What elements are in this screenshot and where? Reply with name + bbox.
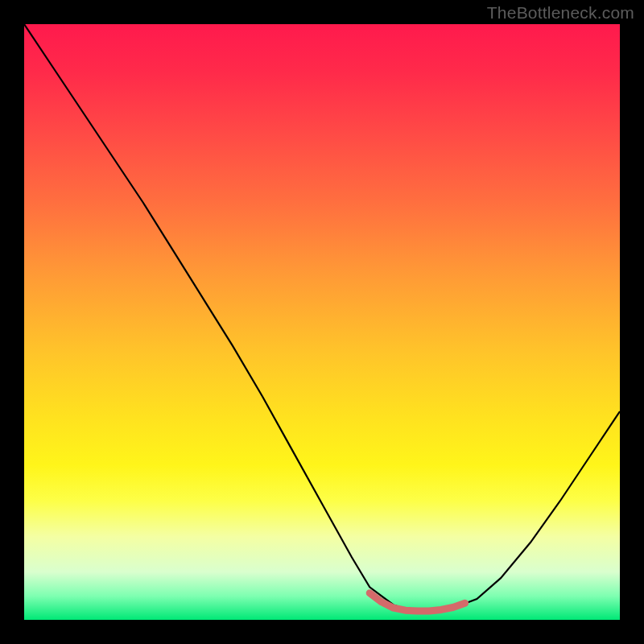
curve-layer <box>24 24 620 620</box>
bottleneck-curve <box>24 24 620 611</box>
chart-frame: TheBottleneck.com <box>0 0 644 644</box>
watermark-text: TheBottleneck.com <box>487 3 634 23</box>
plot-area <box>24 24 620 620</box>
optimal-range-marker <box>369 593 464 611</box>
